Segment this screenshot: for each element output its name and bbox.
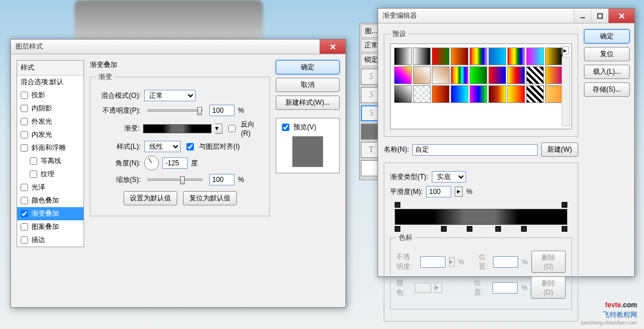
- style-item-inner-glow[interactable]: 内发光: [17, 128, 84, 141]
- gradient-edit-fieldset: 渐变类型(T): 实底 平滑度(M): ▸ %: [384, 162, 578, 322]
- preset-swatch[interactable]: [432, 66, 450, 84]
- preset-swatch[interactable]: [413, 47, 431, 65]
- gradient-preview[interactable]: [143, 124, 211, 133]
- opacity-slider[interactable]: [148, 109, 202, 112]
- close-button[interactable]: [319, 39, 345, 54]
- checkbox[interactable]: [30, 157, 37, 165]
- gradient-type-select[interactable]: 实底: [432, 171, 466, 183]
- style-item-outer-glow[interactable]: 外发光: [17, 115, 84, 128]
- new-style-button[interactable]: 新建样式(W)...: [276, 96, 340, 110]
- smoothness-input[interactable]: [426, 186, 451, 197]
- opacity-input[interactable]: [209, 105, 234, 116]
- preset-swatch[interactable]: [488, 85, 506, 103]
- checkbox[interactable]: [21, 144, 28, 152]
- blend-mode-select[interactable]: 正常: [144, 90, 196, 101]
- style-item-texture[interactable]: 纹理: [17, 168, 84, 181]
- opacity-stop[interactable]: [562, 202, 567, 208]
- dialog-title: 渐变编辑器: [383, 11, 574, 21]
- maximize-button[interactable]: [591, 9, 608, 23]
- color-stop[interactable]: [395, 226, 400, 232]
- style-item-color-overlay[interactable]: 颜色叠加: [17, 194, 84, 207]
- preset-swatch[interactable]: [507, 66, 525, 84]
- checkbox[interactable]: [21, 236, 28, 244]
- checkbox[interactable]: [21, 92, 28, 99]
- preset-swatch[interactable]: [413, 85, 431, 103]
- checkbox[interactable]: [21, 131, 28, 138]
- close-button[interactable]: [608, 9, 634, 23]
- color-stop[interactable]: [495, 226, 501, 232]
- preset-grid: ▸: [390, 43, 572, 129]
- style-select[interactable]: 线性: [144, 141, 181, 152]
- scrollbar[interactable]: [562, 57, 570, 126]
- ok-button[interactable]: 确定: [276, 60, 340, 74]
- stop-position-input: [493, 256, 518, 268]
- preset-swatch[interactable]: [470, 66, 487, 84]
- checkbox[interactable]: [21, 184, 28, 191]
- angle-input[interactable]: [162, 157, 188, 169]
- preset-swatch[interactable]: [488, 66, 506, 84]
- style-item-gradient-overlay[interactable]: 渐变叠加: [17, 207, 84, 220]
- scale-input[interactable]: [209, 174, 234, 185]
- ok-button[interactable]: 确定: [584, 29, 630, 43]
- gradient-dropdown-button[interactable]: ▾: [215, 124, 223, 134]
- preset-swatch[interactable]: [413, 66, 431, 84]
- styles-header[interactable]: 样式: [17, 61, 84, 76]
- preset-swatch[interactable]: [394, 47, 412, 65]
- preset-swatch[interactable]: [451, 85, 468, 103]
- checkbox[interactable]: [21, 223, 28, 231]
- reset-default-button[interactable]: 复位为默认值: [183, 191, 237, 205]
- checkbox[interactable]: [30, 171, 37, 178]
- style-item-stroke[interactable]: 描边: [17, 233, 84, 247]
- save-button[interactable]: 存储(S)...: [584, 82, 630, 97]
- preset-swatch[interactable]: [432, 47, 450, 65]
- color-stop[interactable]: [562, 226, 567, 232]
- reverse-checkbox[interactable]: [228, 125, 236, 132]
- style-item-pattern-overlay[interactable]: 图案叠加: [17, 220, 84, 233]
- style-label: 样式(L):: [96, 142, 141, 152]
- checkbox[interactable]: [21, 105, 28, 112]
- preset-swatch[interactable]: [526, 85, 544, 103]
- style-item-satin[interactable]: 光泽: [17, 181, 84, 194]
- gradient-bar[interactable]: [390, 201, 572, 233]
- preset-swatch[interactable]: [526, 66, 544, 84]
- color-stop[interactable]: [521, 226, 527, 232]
- load-button[interactable]: 载入(L)...: [584, 65, 630, 79]
- reset-button[interactable]: 复位: [584, 47, 630, 61]
- preset-swatch[interactable]: [545, 85, 563, 103]
- preset-swatch[interactable]: [545, 47, 563, 65]
- preset-swatch[interactable]: [451, 66, 468, 84]
- minimize-button[interactable]: [574, 9, 591, 23]
- blending-options-item[interactable]: 混合选项:默认: [17, 76, 84, 89]
- align-checkbox[interactable]: [186, 143, 194, 150]
- preset-swatch[interactable]: [488, 47, 506, 65]
- color-stop[interactable]: [441, 226, 447, 232]
- angle-dial[interactable]: [144, 156, 159, 171]
- checkbox[interactable]: [21, 197, 28, 204]
- set-default-button[interactable]: 设置为默认值: [124, 191, 177, 205]
- preset-swatch[interactable]: [507, 85, 525, 103]
- preset-swatch[interactable]: [394, 66, 412, 84]
- preset-swatch[interactable]: [470, 47, 487, 65]
- preset-swatch[interactable]: [545, 66, 563, 84]
- smoothness-dropdown-icon[interactable]: ▸: [455, 187, 463, 197]
- color-stop[interactable]: [467, 226, 472, 232]
- preset-menu-button[interactable]: ▸: [561, 46, 569, 54]
- opacity-stop[interactable]: [395, 202, 400, 208]
- scale-slider[interactable]: [148, 179, 202, 181]
- preset-swatch[interactable]: [394, 85, 412, 103]
- preview-checkbox[interactable]: [282, 124, 289, 131]
- preset-swatch[interactable]: [526, 47, 544, 65]
- new-button[interactable]: 新建(W): [541, 142, 578, 157]
- style-item-bevel[interactable]: 斜面和浮雕: [17, 141, 84, 154]
- preset-swatch[interactable]: [451, 47, 468, 65]
- style-item-contour[interactable]: 等高线: [17, 154, 84, 168]
- checkbox[interactable]: [21, 210, 28, 217]
- name-input[interactable]: [412, 144, 538, 156]
- preset-swatch[interactable]: [432, 85, 450, 103]
- checkbox[interactable]: [21, 118, 28, 125]
- preset-swatch[interactable]: [507, 47, 525, 65]
- cancel-button[interactable]: 取消: [276, 78, 340, 92]
- style-item-inner-shadow[interactable]: 内阴影: [17, 102, 84, 115]
- preset-swatch[interactable]: [470, 85, 487, 103]
- style-item-drop-shadow[interactable]: 投影: [17, 89, 84, 102]
